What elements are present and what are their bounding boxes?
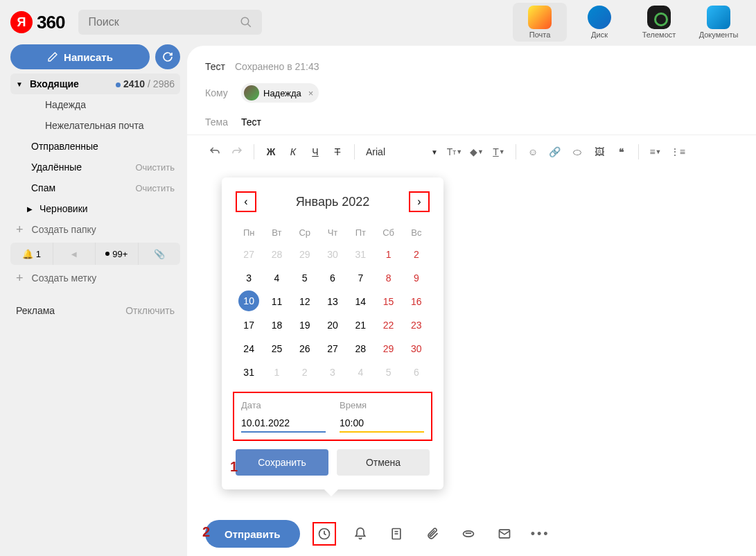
calendar-day[interactable]: 2 (403, 243, 430, 266)
list-button[interactable]: ⋮≡ (668, 142, 687, 162)
subject-field[interactable]: Тема Тест (187, 110, 756, 134)
app-mail[interactable]: Почта (513, 3, 567, 42)
reminder-button[interactable] (349, 522, 372, 546)
calendar-day[interactable]: 15 (375, 290, 401, 313)
attach-disk-button[interactable] (457, 522, 480, 546)
cancel-button[interactable]: Отмена (337, 449, 430, 476)
calendar-day[interactable]: 18 (263, 314, 290, 336)
calendar-day[interactable]: 28 (263, 243, 290, 266)
filter-unread[interactable]: 99+ (96, 243, 139, 265)
calendar-day[interactable]: 11 (263, 290, 290, 313)
calendar-day[interactable]: 25 (263, 338, 290, 360)
folder-drafts[interactable]: ▶Черновики (10, 198, 180, 219)
ad-disable-link[interactable]: Отключить (125, 305, 175, 316)
calendar-day[interactable]: 13 (319, 290, 346, 313)
more-button[interactable]: ••• (529, 522, 552, 546)
calendar-day[interactable]: 21 (347, 314, 373, 336)
calendar-day[interactable]: 5 (292, 267, 318, 289)
calendar-day[interactable]: 10 (238, 290, 259, 311)
time-input[interactable] (340, 415, 424, 433)
calendar-day[interactable]: 1 (375, 243, 401, 266)
emoji-button[interactable]: ☺ (523, 142, 543, 162)
calendar-day[interactable]: 31 (236, 361, 262, 383)
calendar-day[interactable]: 16 (403, 290, 430, 313)
calendar-day[interactable]: 20 (319, 314, 346, 336)
calendar-day[interactable]: 26 (292, 338, 318, 360)
recipient-chip[interactable]: Надежда × (241, 83, 319, 103)
calendar-day[interactable]: 4 (263, 267, 290, 289)
calendar-day[interactable]: 29 (375, 338, 401, 360)
calendar-day[interactable]: 28 (347, 338, 373, 360)
calendar-day[interactable]: 8 (375, 267, 401, 289)
filter-flag[interactable]: ◄ (53, 243, 96, 265)
compose-button[interactable]: Написать (10, 44, 150, 69)
calendar-day[interactable]: 3 (319, 361, 346, 383)
send-button[interactable]: Отправить (205, 520, 300, 548)
calendar-day[interactable]: 24 (236, 338, 262, 360)
calendar-day[interactable]: 9 (403, 267, 430, 289)
filter-bell[interactable]: 🔔1 (10, 243, 53, 265)
schedule-button[interactable] (313, 522, 336, 546)
redo-button[interactable] (227, 142, 247, 162)
attach-button[interactable] (421, 522, 444, 546)
fontsize-button[interactable]: Tт▼ (445, 142, 464, 162)
logo[interactable]: Я 360 (10, 11, 64, 33)
refresh-button[interactable] (155, 44, 180, 69)
calendar-day[interactable]: 14 (347, 290, 373, 313)
calendar-day[interactable]: 17 (236, 314, 262, 336)
calendar-day[interactable]: 30 (319, 243, 346, 266)
remove-recipient-icon[interactable]: × (308, 88, 314, 98)
folder-inbox[interactable]: ▼ Входящие 2410 / 2986 (10, 73, 180, 94)
subject-value[interactable]: Тест (241, 116, 261, 128)
calendar-day[interactable]: 27 (236, 243, 262, 266)
calendar-day[interactable]: 4 (347, 361, 373, 383)
calendar-day[interactable]: 7 (347, 267, 373, 289)
template-button[interactable] (385, 522, 408, 546)
quote-button[interactable]: ❝ (612, 142, 631, 162)
strike-button[interactable]: Т (328, 142, 347, 162)
align-button[interactable]: ≡▼ (646, 142, 665, 162)
calendar-day[interactable]: 23 (403, 314, 430, 336)
image-button[interactable]: 🖼 (590, 142, 609, 162)
calendar-day[interactable]: 31 (347, 243, 373, 266)
create-label-button[interactable]: +Создать метку (10, 268, 180, 288)
underline-button[interactable]: Ч (306, 142, 325, 162)
calendar-day[interactable]: 2 (292, 361, 318, 383)
undo-button[interactable] (205, 142, 225, 162)
calendar-day[interactable]: 27 (319, 338, 346, 360)
clear-spam-link[interactable]: Очистить (135, 183, 175, 193)
calendar-day[interactable]: 19 (292, 314, 318, 336)
calendar-day[interactable]: 1 (263, 361, 290, 383)
folder-deleted[interactable]: УдалённыеОчистить (10, 157, 180, 177)
folder-sent[interactable]: Отправленные (10, 136, 180, 157)
create-folder-button[interactable]: +Создать папку (10, 219, 180, 240)
calendar-day[interactable]: 30 (403, 338, 430, 360)
filter-attach[interactable]: 📎 (139, 243, 181, 265)
save-button[interactable]: Сохранить (236, 449, 328, 476)
calendar-day[interactable]: 12 (292, 290, 318, 313)
prev-month-button[interactable]: ‹ (236, 191, 256, 212)
calendar-day[interactable]: 6 (403, 361, 430, 383)
app-telemost[interactable]: Телемост (632, 3, 686, 42)
calendar-day[interactable]: 5 (375, 361, 401, 383)
font-select[interactable]: Arial▼ (362, 146, 442, 157)
bold-button[interactable]: Ж (261, 142, 281, 162)
app-disk[interactable]: Диск (572, 3, 626, 42)
link-button[interactable]: 🔗 (545, 142, 565, 162)
next-month-button[interactable]: › (409, 191, 430, 212)
date-input[interactable] (241, 415, 326, 433)
clear-deleted-link[interactable]: Очистить (135, 162, 175, 173)
search-input[interactable] (88, 16, 240, 28)
folder-nadezhda[interactable]: Надежда (10, 94, 180, 115)
italic-button[interactable]: К (283, 142, 303, 162)
textcolor-button[interactable]: T▼ (489, 142, 509, 162)
to-field[interactable]: Кому Надежда × (187, 76, 756, 110)
calendar-day[interactable]: 6 (319, 267, 346, 289)
calendar-day[interactable]: 22 (375, 314, 401, 336)
calendar-day[interactable]: 3 (236, 267, 262, 289)
color-button[interactable]: ◆▼ (467, 142, 486, 162)
signature-button[interactable] (493, 522, 516, 546)
unlink-button[interactable]: ⬭ (568, 142, 587, 162)
search-box[interactable] (78, 10, 262, 35)
folder-junk[interactable]: Нежелательная почта (10, 115, 180, 136)
